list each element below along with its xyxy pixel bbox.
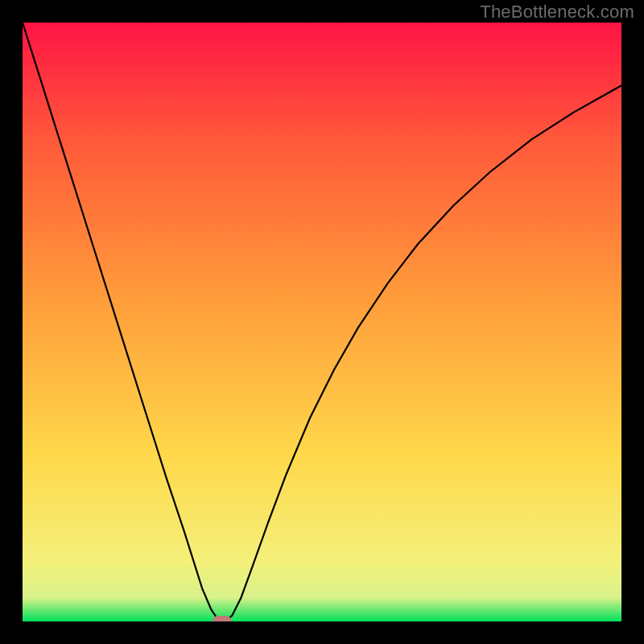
- minimum-marker: [213, 616, 232, 621]
- plot-area: [23, 23, 621, 621]
- bottleneck-chart: [23, 23, 621, 621]
- attribution-label: TheBottleneck.com: [480, 2, 634, 23]
- chart-frame: TheBottleneck.com: [0, 0, 644, 644]
- gradient-background: [23, 23, 621, 621]
